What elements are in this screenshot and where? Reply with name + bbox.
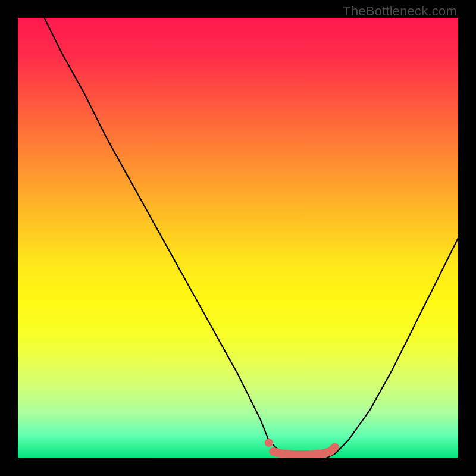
plot-area bbox=[18, 18, 458, 458]
marker-dot bbox=[265, 439, 273, 447]
curve-black bbox=[44, 18, 458, 458]
highlight-band bbox=[273, 447, 335, 455]
curve-layer bbox=[18, 18, 458, 458]
chart-frame: TheBottleneck.com bbox=[0, 0, 476, 476]
watermark-text: TheBottleneck.com bbox=[343, 4, 457, 19]
